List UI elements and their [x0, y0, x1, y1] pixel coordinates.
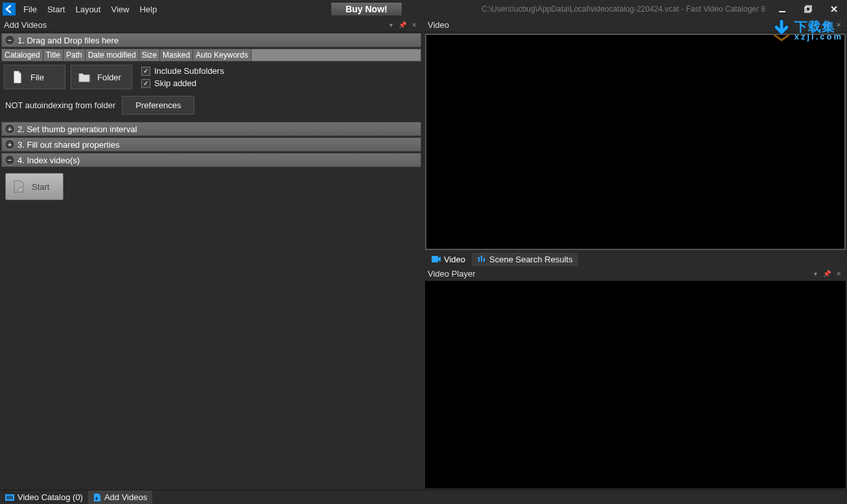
start-button-label: Start: [32, 182, 49, 192]
folder-button[interactable]: Folder: [71, 65, 132, 89]
svg-rect-0: [779, 11, 785, 12]
scene-search-icon: [477, 255, 486, 263]
file-folder-row: File Folder ✓ Include Subfolders ✓ Skip …: [4, 65, 419, 89]
folder-button-label: Folder: [97, 73, 121, 82]
minimize-button[interactable]: [769, 0, 795, 18]
section-shared-properties[interactable]: + 3. Fill out shared properties: [1, 137, 421, 152]
expand-icon[interactable]: +: [5, 124, 15, 134]
panel-close-icon[interactable]: ✕: [410, 21, 419, 30]
svg-rect-2: [806, 6, 811, 11]
close-button[interactable]: [821, 0, 847, 18]
window-title-path: C:\Users\ucbug\AppData\Local\videocatalo…: [482, 5, 769, 14]
preferences-button[interactable]: Preferences: [122, 96, 194, 115]
svg-rect-9: [6, 496, 13, 499]
titlebar: File Start Layout View Help Buy Now! C:\…: [0, 0, 847, 18]
svg-rect-4: [432, 256, 438, 262]
section-1-label: 1. Drag and Drop files here: [17, 36, 119, 45]
tab-scene-label: Scene Search Results: [489, 255, 573, 264]
video-panel-header: Video ▾ 📌 ✕: [424, 18, 847, 32]
buy-now-button[interactable]: Buy Now!: [331, 2, 402, 16]
right-pane: Video ▾ 📌 ✕ Video Scene Search Results V…: [424, 18, 847, 490]
panel-dropdown-icon[interactable]: ▾: [811, 21, 820, 30]
col-masked[interactable]: Masked: [160, 49, 193, 61]
panel-close-icon[interactable]: ✕: [834, 21, 843, 30]
svg-rect-1: [805, 7, 810, 12]
left-empty-area: [0, 205, 423, 490]
menu-file[interactable]: File: [18, 2, 42, 17]
col-path[interactable]: Path: [64, 49, 86, 61]
menu-layout[interactable]: Layout: [70, 2, 106, 17]
section-4-label: 4. Index video(s): [17, 155, 80, 165]
tab-video-label: Video: [444, 255, 465, 264]
section-index-videos[interactable]: − 4. Index video(s): [1, 153, 421, 167]
autoindex-row: NOT autoindexing from folder Preferences: [5, 96, 417, 115]
section-2-label: 2. Set thumb generation interval: [17, 124, 137, 134]
add-videos-icon: [93, 493, 101, 502]
file-icon: [10, 69, 25, 85]
catalog-icon: [5, 494, 14, 501]
video-tab-icon: [432, 255, 441, 263]
expand-icon[interactable]: +: [5, 139, 15, 150]
video-tabs: Video Scene Search Results: [424, 251, 847, 267]
video-player-title: Video Player: [428, 269, 475, 279]
tab-scene-search[interactable]: Scene Search Results: [472, 253, 578, 266]
include-subfolders-label: Include Subfolders: [154, 66, 224, 76]
menu-help[interactable]: Help: [134, 2, 162, 17]
video-viewport: [425, 34, 846, 250]
skip-added-checkbox[interactable]: ✓: [141, 79, 150, 88]
section-3-label: 3. Fill out shared properties: [17, 140, 120, 150]
start-button[interactable]: Start: [5, 173, 64, 200]
add-videos-header: Add Videos ▾ 📌 ✕: [0, 18, 423, 32]
svg-point-6: [481, 256, 483, 258]
panel-dropdown-icon[interactable]: ▾: [386, 21, 395, 30]
panel-dropdown-icon[interactable]: ▾: [811, 269, 820, 279]
collapse-icon[interactable]: −: [5, 155, 15, 165]
workspace: Add Videos ▾ 📌 ✕ − 1. Drag and Drop file…: [0, 18, 847, 490]
tab-video[interactable]: Video: [426, 253, 470, 266]
svg-point-7: [483, 258, 485, 260]
panel-pin-icon[interactable]: 📌: [822, 269, 831, 279]
col-date[interactable]: Date modified: [86, 49, 139, 61]
file-table-header: Cataloged Title Path Date modified Size …: [1, 49, 421, 62]
autoindex-label: NOT autoindexing from folder: [5, 100, 115, 110]
col-size[interactable]: Size: [139, 49, 160, 61]
svg-point-5: [478, 257, 480, 259]
section-thumb-interval[interactable]: + 2. Set thumb generation interval: [1, 122, 421, 136]
video-player-viewport: [425, 281, 846, 488]
app-icon: [3, 3, 16, 16]
checkbox-column: ✓ Include Subfolders ✓ Skip added: [141, 66, 224, 88]
col-cataloged[interactable]: Cataloged: [2, 49, 43, 61]
menu-view[interactable]: View: [106, 2, 134, 17]
maximize-button[interactable]: [795, 0, 821, 18]
panel-pin-icon[interactable]: 📌: [398, 21, 407, 30]
folder-icon: [76, 69, 92, 85]
tab-catalog-label: Video Catalog (0): [17, 492, 83, 502]
panel-close-icon[interactable]: ✕: [834, 269, 843, 279]
video-player-header: Video Player ▾ 📌 ✕: [424, 267, 847, 281]
file-button-label: File: [30, 73, 44, 82]
video-panel-title: Video: [428, 20, 449, 30]
add-videos-pane: Add Videos ▾ 📌 ✕ − 1. Drag and Drop file…: [0, 18, 424, 490]
col-title[interactable]: Title: [43, 49, 64, 61]
tab-add-videos[interactable]: Add Videos: [88, 490, 152, 504]
col-autokw[interactable]: Auto Keywords: [193, 49, 251, 61]
add-videos-title: Add Videos: [4, 20, 47, 30]
collapse-icon[interactable]: −: [5, 35, 15, 45]
menu-start[interactable]: Start: [42, 2, 70, 17]
skip-added-label: Skip added: [154, 78, 196, 88]
file-button[interactable]: File: [4, 65, 65, 89]
bottom-tabs: Video Catalog (0) Add Videos: [0, 490, 847, 504]
col-empty: [251, 49, 421, 61]
panel-pin-icon[interactable]: 📌: [822, 21, 831, 30]
start-icon: [11, 179, 27, 194]
tab-video-catalog[interactable]: Video Catalog (0): [0, 490, 88, 504]
tab-add-label: Add Videos: [104, 492, 147, 502]
section-drag-drop[interactable]: − 1. Drag and Drop files here: [1, 33, 421, 47]
include-subfolders-checkbox[interactable]: ✓: [141, 67, 150, 76]
